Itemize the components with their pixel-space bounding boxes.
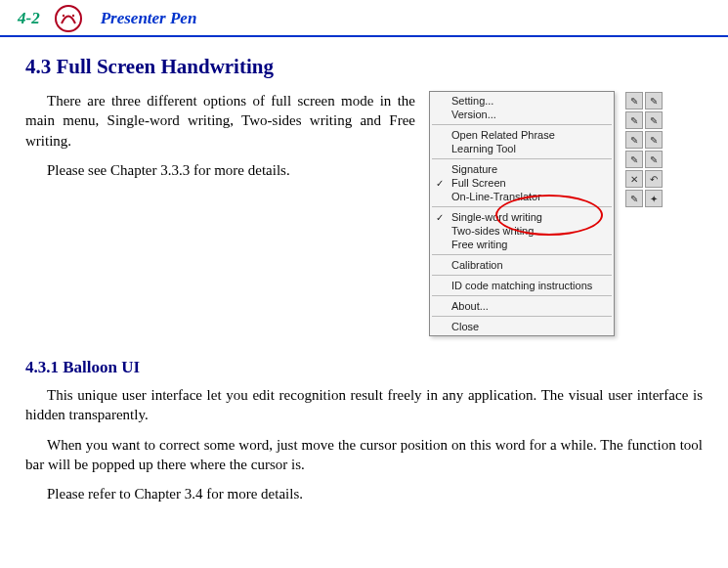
section-4-3-1-body: This unique user interface let you edit … [25,385,703,503]
close-icon[interactable]: ✕ [625,170,643,188]
pen-icon[interactable]: ✎ [645,151,663,168]
menu-item-about[interactable]: About... [430,299,614,313]
menu-separator [432,275,612,276]
menu-separator [432,295,612,296]
menu-item-close[interactable]: Close [430,320,614,333]
menu-item-learning-tool[interactable]: Learning Tool [430,142,614,155]
wand-icon[interactable]: ✦ [645,190,663,207]
pen-icon[interactable]: ✎ [625,111,643,129]
section-4-3-1-title: 4.3.1 Balloon UI [25,358,703,377]
pen-icon[interactable]: ✎ [645,111,663,129]
undo-icon[interactable]: ↶ [645,170,663,188]
section-4-3-p2: Please see Chapter 3.3.3 for more detail… [25,160,415,180]
vertical-toolbar: ✎✎ ✎✎ ✎✎ ✎✎ ✕↶ ✎✦ [624,91,664,336]
menu-item-setting[interactable]: Setting... [430,94,614,108]
section-4-3-1-p3: Please refer to Chapter 3.4 for more det… [25,484,703,503]
svg-point-0 [56,6,81,31]
menu-separator [432,124,612,125]
pen-icon[interactable]: ✎ [625,92,643,109]
header-title: Presenter Pen [101,9,197,28]
context-menu: Setting... Version... Open Related Phras… [429,91,615,336]
menu-item-signature[interactable]: Signature [430,162,614,176]
section-4-3-body: There are three different options of ful… [25,91,703,336]
menu-item-calibration[interactable]: Calibration [430,258,614,272]
menu-separator [432,158,612,159]
page-header: 4-2 Presenter Pen [0,0,728,37]
brand-logo-icon [52,4,85,33]
svg-point-2 [71,15,73,17]
menu-separator [432,316,612,317]
page-number: 4-2 [18,9,40,28]
pen-icon[interactable]: ✎ [625,131,643,149]
pen-icon[interactable]: ✎ [645,92,663,109]
section-4-3-text: There are three different options of ful… [25,91,415,190]
menu-item-id-code-matching[interactable]: ID code matching instructions [430,279,614,292]
brush-icon[interactable]: ✎ [625,190,643,207]
pen-icon[interactable]: ✎ [625,151,643,168]
menu-item-free-writing[interactable]: Free writing [430,238,614,251]
menu-item-open-related-phrase[interactable]: Open Related Phrase [430,128,614,142]
page-content: 4.3 Full Screen Handwriting There are th… [0,37,728,523]
section-4-3-1-p2: When you want to correct some word, just… [25,435,703,475]
menu-separator [432,254,612,255]
menu-item-version[interactable]: Version... [430,108,614,121]
menu-item-single-word-writing[interactable]: Single-word writing [430,210,614,224]
menu-item-online-translator[interactable]: On-Line-Translator [430,190,614,203]
section-4-3-p1: There are three different options of ful… [25,91,415,151]
pen-icon[interactable]: ✎ [645,131,663,149]
context-menu-screenshot: Setting... Version... Open Related Phras… [429,91,703,336]
menu-separator [432,206,612,207]
svg-point-1 [62,15,64,17]
menu-item-full-screen[interactable]: Full Screen [430,176,614,190]
section-4-3-1-p1: This unique user interface let you edit … [25,385,703,425]
section-4-3-title: 4.3 Full Screen Handwriting [25,55,703,79]
menu-item-two-sides-writing[interactable]: Two-sides writing [430,224,614,238]
